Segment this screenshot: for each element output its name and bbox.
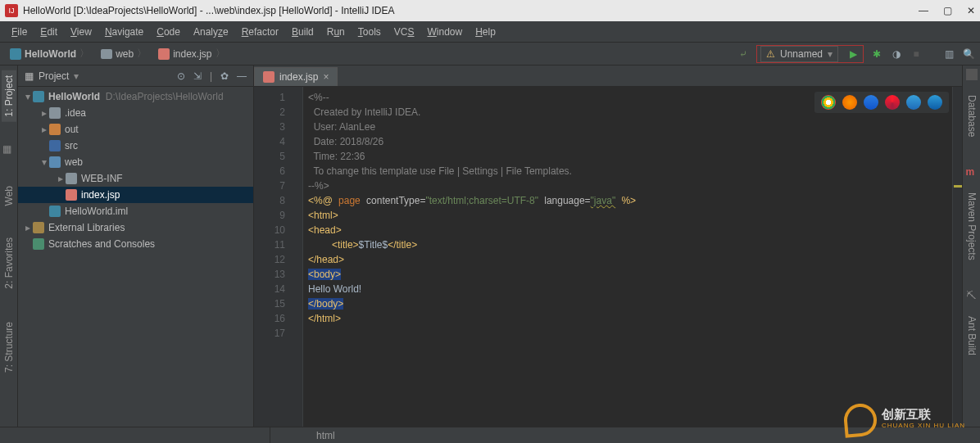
menu-window[interactable]: Window <box>420 23 469 41</box>
build-icon[interactable]: ⤶ <box>737 47 750 61</box>
chevron-down-icon: ▾ <box>828 48 833 60</box>
jsp-icon <box>263 71 274 83</box>
menu-view[interactable]: View <box>64 23 98 41</box>
chrome-icon[interactable] <box>821 95 836 110</box>
fold-gutter[interactable] <box>292 87 303 427</box>
tree-node-webinf[interactable]: ▸WEB-INF <box>18 170 253 187</box>
status-bar: html <box>0 427 980 443</box>
collapse-icon[interactable]: ⇲ <box>193 70 202 82</box>
run-configuration-selector[interactable]: ⚠ Unnamed ▾ <box>760 46 838 62</box>
maximize-button[interactable]: ▢ <box>943 5 952 16</box>
menu-build[interactable]: Build <box>285 23 320 41</box>
opera-icon[interactable] <box>885 95 900 110</box>
breadcrumb-file[interactable]: index.jsp〉 <box>153 45 229 62</box>
close-tab-icon[interactable]: × <box>323 71 329 83</box>
menu-code[interactable]: Code <box>150 23 187 41</box>
menu-tools[interactable]: Tools <box>352 23 388 41</box>
tree-node-src[interactable]: src <box>18 138 253 154</box>
maven-icon[interactable]: m <box>966 166 978 178</box>
project-view-icon: ▦ <box>25 70 34 82</box>
toolwindow-tab-web[interactable]: Web <box>2 181 16 210</box>
hide-icon[interactable]: — <box>237 70 247 82</box>
toolwindow-tab-maven[interactable]: Maven Projects <box>964 188 979 265</box>
toolwindow-tab-database[interactable]: Database <box>964 90 979 142</box>
menu-bar: FFileile Edit View Navigate Code Analyze… <box>0 21 980 43</box>
menu-run[interactable]: Run <box>320 23 352 41</box>
window-titlebar: IJ HelloWorld [D:\IdeaProjects\HelloWorl… <box>0 0 980 21</box>
window-title: HelloWorld [D:\IdeaProjects\HelloWorld] … <box>23 5 395 16</box>
warning-icon: ⚠ <box>766 48 775 60</box>
tree-node-idea[interactable]: ▸.idea <box>18 105 253 121</box>
tree-node-web[interactable]: ▾web <box>18 154 253 170</box>
toolwindow-tab-project[interactable]: 1: Project <box>2 70 16 122</box>
edge-icon[interactable] <box>928 95 942 110</box>
ie-icon[interactable] <box>906 95 921 110</box>
stop-button[interactable]: ■ <box>910 47 923 61</box>
gear-icon[interactable]: ✿ <box>220 70 229 82</box>
menu-file[interactable]: FFileile <box>5 23 34 41</box>
editor-breadcrumb[interactable]: html <box>270 430 335 441</box>
chevron-down-icon[interactable]: ▾ <box>74 70 79 82</box>
database-icon[interactable] <box>966 69 978 80</box>
project-tree[interactable]: ▾HelloWorld D:\IdeaProjects\HelloWorld ▸… <box>18 87 253 427</box>
run-button[interactable]: ▶ <box>846 47 860 61</box>
menu-navigate[interactable]: Navigate <box>98 23 150 41</box>
tree-node-external[interactable]: ▸External Libraries <box>18 219 253 236</box>
project-structure-button[interactable]: ▥ <box>942 47 955 61</box>
safari-icon[interactable] <box>864 95 878 110</box>
menu-edit[interactable]: Edit <box>34 23 64 41</box>
folder-icon <box>101 49 112 59</box>
close-button[interactable]: ✕ <box>967 5 975 16</box>
project-tool-window: ▦ Project ▾ ⊙ ⇲ | ✿ — ▾HelloWorld D:\Ide… <box>18 66 254 427</box>
menu-analyze[interactable]: Analyze <box>187 23 235 41</box>
ant-icon[interactable]: ⛏ <box>966 290 978 301</box>
toolwindow-tab-ant[interactable]: Ant Build <box>964 311 979 360</box>
right-tool-gutter: Database m Maven Projects ⛏ Ant Build <box>962 66 980 427</box>
minimize-button[interactable]: — <box>919 5 928 16</box>
tree-node-scratches[interactable]: Scratches and Consoles <box>18 236 253 252</box>
tree-node-indexjsp[interactable]: index.jsp <box>18 187 253 203</box>
breadcrumb-folder[interactable]: web〉 <box>96 45 152 62</box>
toolwindow-icon[interactable]: ▦ <box>2 143 16 156</box>
code-editor[interactable]: <%-- Created by IntelliJ IDEA. User: Ala… <box>303 87 952 427</box>
menu-refactor[interactable]: Refactor <box>235 23 285 41</box>
app-icon: IJ <box>5 4 18 17</box>
debug-button[interactable]: ✱ <box>870 47 883 61</box>
browser-icons-panel <box>814 92 949 113</box>
jsp-icon <box>158 48 170 60</box>
error-stripe[interactable] <box>952 87 962 427</box>
editor-tab-indexjsp[interactable]: index.jsp × <box>254 67 338 86</box>
toolwindow-tab-favorites[interactable]: 2: Favorites <box>2 233 16 294</box>
editor: index.jsp × 1234567891011121314151617 <%… <box>254 66 962 427</box>
tree-node-iml[interactable]: HelloWorld.iml <box>18 203 253 219</box>
left-tool-gutter: 1: Project ▦ Web 2: Favorites 7: Structu… <box>0 66 18 427</box>
module-icon <box>10 48 21 60</box>
target-icon[interactable]: ⊙ <box>177 70 185 82</box>
tree-node-out[interactable]: ▸out <box>18 121 253 138</box>
menu-vcs[interactable]: VCS <box>388 23 421 41</box>
coverage-button[interactable]: ◑ <box>890 47 903 61</box>
run-combo-highlight: ⚠ Unnamed ▾ ▶ <box>756 45 864 63</box>
navigation-bar: HelloWorld〉 web〉 index.jsp〉 ⤶ ⚠ Unnamed … <box>0 43 980 66</box>
tree-node-root[interactable]: ▾HelloWorld D:\IdeaProjects\HelloWorld <box>18 88 253 105</box>
breadcrumbs: HelloWorld〉 web〉 index.jsp〉 <box>5 45 230 62</box>
menu-help[interactable]: Help <box>469 23 502 41</box>
watermark-logo: 创新互联 CHUANG XIN HU LIAN <box>844 404 965 436</box>
gutter-line-numbers: 1234567891011121314151617 <box>254 87 292 427</box>
firefox-icon[interactable] <box>842 95 857 110</box>
search-everywhere-icon[interactable]: 🔍 <box>962 47 975 61</box>
toolwindow-tab-structure[interactable]: 7: Structure <box>2 317 16 377</box>
project-panel-title[interactable]: Project <box>39 70 69 82</box>
breadcrumb-module[interactable]: HelloWorld〉 <box>5 45 94 62</box>
